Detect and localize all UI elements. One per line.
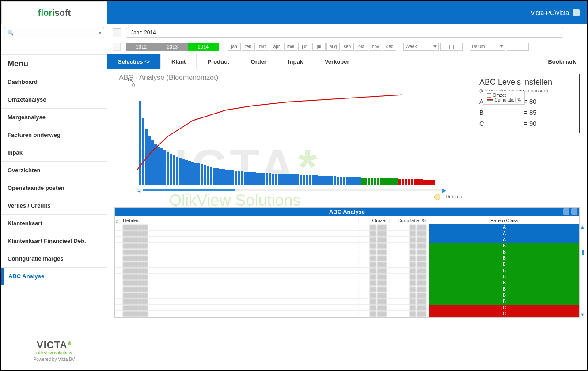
level-b-value[interactable]: = 85 bbox=[524, 109, 537, 116]
search-small-icon[interactable]: ⌕ bbox=[116, 218, 119, 223]
table-row[interactable]: ██████████.█████.███C bbox=[115, 305, 579, 311]
tab-inpak[interactable]: Inpak bbox=[277, 54, 314, 69]
table-row[interactable]: ██████████.█████.███B bbox=[115, 286, 579, 292]
month-btn-apr[interactable]: apr bbox=[270, 43, 283, 51]
sidebar-item-abc-analyse[interactable]: ABC Analyse bbox=[1, 268, 107, 285]
scroll-down-icon[interactable]: ▼ bbox=[580, 312, 585, 317]
app-logo: florisoft bbox=[1, 1, 107, 24]
sidebar-item-verlies-credits[interactable]: Verlies / Credits bbox=[1, 197, 107, 215]
level-c-value[interactable]: = 90 bbox=[524, 120, 537, 127]
table-row[interactable]: ██████████.█████.███C bbox=[115, 311, 579, 317]
chart-bar bbox=[374, 178, 376, 185]
datum-check[interactable] bbox=[507, 43, 529, 51]
month-btn-aug[interactable]: aug bbox=[326, 43, 340, 51]
week-check[interactable] bbox=[440, 43, 463, 51]
tab-order[interactable]: Order bbox=[240, 54, 277, 69]
chart-bar bbox=[247, 172, 250, 185]
month-btn-mei[interactable]: mei bbox=[284, 43, 297, 51]
table-row[interactable]: ██████████.█████.███A bbox=[115, 237, 579, 243]
sidebar-item-omzetanalyse[interactable]: Omzetanalyse bbox=[1, 91, 107, 109]
scroll-right-icon[interactable]: ▶ bbox=[442, 187, 446, 193]
table-row[interactable]: ██████████.█████.███B bbox=[115, 280, 579, 286]
sidebar-item-klantenkaart[interactable]: Klantenkaart bbox=[1, 215, 107, 232]
chart-bar bbox=[398, 179, 401, 185]
col-header-cumulatief[interactable]: Cumulatief % bbox=[389, 218, 429, 223]
sidebar-item-margeanalyse[interactable]: Margeanalyse bbox=[1, 109, 107, 126]
chart-bar bbox=[380, 178, 383, 185]
month-btn-jun[interactable]: jun bbox=[298, 43, 311, 51]
month-btn-mrt[interactable]: mrt bbox=[256, 43, 269, 51]
search-icon: 🔍 bbox=[7, 30, 14, 36]
table-row[interactable]: ██████████.█████.███B bbox=[115, 274, 579, 280]
month-btn-dec[interactable]: dec bbox=[383, 43, 396, 51]
chart-bar bbox=[167, 152, 169, 185]
week-dropdown[interactable]: Week bbox=[403, 43, 439, 51]
chart-bar bbox=[173, 155, 175, 185]
year-btn-2014[interactable]: 2014 bbox=[188, 43, 219, 51]
sidebar-item-inpak[interactable]: Inpak bbox=[1, 144, 107, 162]
tab-product[interactable]: Product bbox=[197, 54, 240, 69]
tab-klant[interactable]: Klant bbox=[161, 54, 197, 69]
year-btn-2012[interactable]: 2012 bbox=[126, 43, 157, 51]
month-btn-feb[interactable]: feb bbox=[242, 43, 255, 51]
sidebar-item-openstaande-posten[interactable]: Openstaande posten bbox=[1, 179, 107, 197]
calendar-small-icon[interactable] bbox=[113, 43, 121, 51]
tab-verkoper[interactable]: Verkoper bbox=[314, 54, 360, 69]
table-scroll-thumb[interactable] bbox=[582, 250, 584, 255]
level-a-value[interactable]: = 80 bbox=[524, 98, 537, 105]
year-display[interactable]: Jaar: 2014 bbox=[126, 28, 563, 38]
export-icon[interactable] bbox=[571, 208, 577, 215]
chart-bar bbox=[395, 178, 398, 185]
month-btn-okt[interactable]: okt bbox=[355, 43, 368, 51]
chart-bar bbox=[290, 174, 293, 185]
month-btn-jul[interactable]: jul bbox=[312, 43, 326, 51]
year-btn-2013[interactable]: 2013 bbox=[157, 43, 188, 51]
month-btn-jan[interactable]: jan bbox=[228, 43, 241, 51]
chart-scrollbar[interactable]: ◀ ▶ bbox=[137, 188, 446, 192]
chart-bar bbox=[179, 158, 182, 185]
chevron-down-icon[interactable]: ▾ bbox=[99, 30, 101, 35]
col-header-debiteur[interactable]: ⌕Debiteur bbox=[115, 218, 358, 223]
col-header-omzet[interactable]: Omzet bbox=[358, 218, 389, 223]
sidebar-item-configuratie-marges[interactable]: Configuratie marges bbox=[1, 250, 107, 268]
table-row[interactable]: ██████████.█████.███A bbox=[115, 231, 579, 237]
table-row[interactable]: ██████████.█████.███B bbox=[115, 299, 579, 305]
chart-bar bbox=[340, 177, 342, 185]
month-btn-nov[interactable]: nov bbox=[369, 43, 382, 51]
table-row[interactable]: ██████████.█████.███B bbox=[115, 292, 579, 299]
table-row[interactable]: ██████████.█████.███B bbox=[115, 249, 579, 255]
datum-dropdown[interactable]: Datum bbox=[470, 43, 505, 51]
search-input[interactable] bbox=[15, 30, 99, 36]
sidebar-item-klantenkaart-financieel-deb-[interactable]: Klantenkaart Financieel Deb. bbox=[1, 232, 107, 250]
menu-title: Menu bbox=[1, 54, 107, 73]
calendar-icon[interactable] bbox=[113, 28, 121, 37]
x-axis-label: Debiteur bbox=[114, 194, 468, 200]
chart-bar bbox=[417, 179, 420, 185]
tab-selecties-[interactable]: Selecties -> bbox=[107, 54, 161, 69]
chart-bar bbox=[278, 174, 281, 185]
tab-bookmark[interactable]: Bookmark bbox=[537, 54, 587, 69]
user-icon[interactable] bbox=[573, 9, 580, 16]
table-row[interactable]: ██████████.█████.███B bbox=[115, 268, 579, 274]
chart-title: ABC - Analyse (Bloemenomzet) bbox=[114, 74, 468, 82]
table-row[interactable]: ██████████.█████.███B bbox=[115, 261, 579, 268]
sidebar-item-facturen-onderweg[interactable]: Facturen onderweg bbox=[1, 126, 107, 144]
chart-bar bbox=[272, 174, 274, 185]
col-header-pareto[interactable]: Pareto Class bbox=[429, 218, 579, 223]
chart-bar bbox=[194, 163, 197, 185]
print-icon[interactable] bbox=[563, 208, 569, 215]
chart-bar bbox=[349, 177, 352, 185]
scroll-thumb[interactable] bbox=[143, 189, 235, 191]
month-btn-sep[interactable]: sep bbox=[341, 43, 354, 51]
search-input-wrap[interactable]: 🔍 ▾ bbox=[4, 27, 104, 38]
table-row[interactable]: ██████████.█████.███B bbox=[115, 243, 579, 249]
sidebar-item-overzichten[interactable]: Overzichten bbox=[1, 162, 107, 179]
scroll-up-icon[interactable]: ▲ bbox=[580, 224, 585, 230]
cycle-icon[interactable] bbox=[434, 194, 440, 200]
sidebar-item-dashboard[interactable]: Dashboard bbox=[1, 73, 107, 91]
table-row[interactable]: ██████████.█████.███A bbox=[115, 224, 579, 231]
table-scrollbar[interactable]: ▲ ▼ bbox=[580, 224, 584, 317]
chart-bar bbox=[222, 169, 225, 185]
chart-bar bbox=[389, 178, 392, 185]
table-row[interactable]: ██████████.█████.███B bbox=[115, 255, 579, 261]
